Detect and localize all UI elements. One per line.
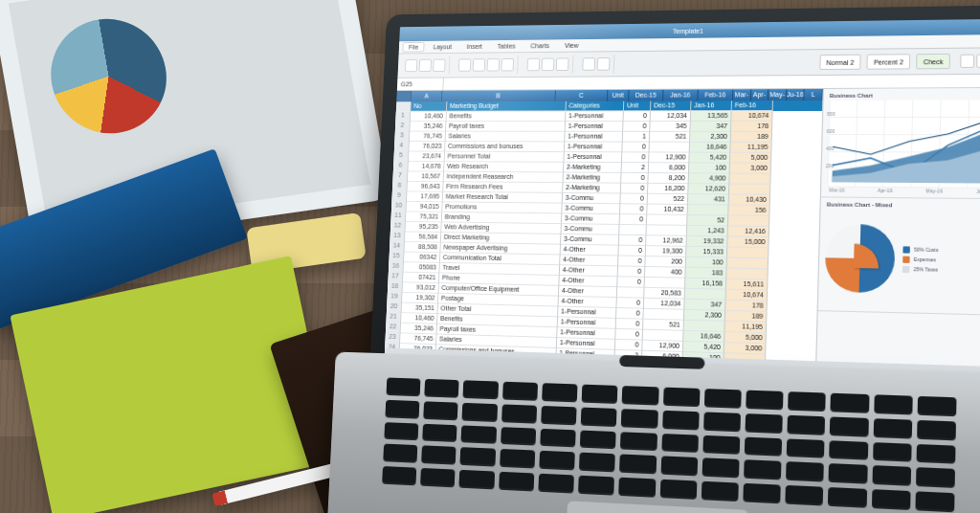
cell[interactable]: 400 bbox=[645, 267, 686, 279]
key[interactable] bbox=[501, 404, 537, 423]
toolbar-button[interactable] bbox=[960, 55, 974, 68]
cell[interactable] bbox=[729, 174, 770, 185]
cell[interactable]: 0 bbox=[616, 308, 644, 320]
cell[interactable]: 0 bbox=[615, 329, 643, 341]
row-header[interactable]: 21 bbox=[386, 313, 401, 323]
key[interactable] bbox=[500, 449, 535, 468]
key[interactable] bbox=[660, 457, 698, 477]
cell[interactable]: 12,900 bbox=[649, 152, 690, 163]
menu-view[interactable]: View bbox=[558, 40, 585, 51]
key[interactable] bbox=[382, 466, 416, 485]
row-header[interactable]: 1 bbox=[395, 112, 411, 122]
key[interactable] bbox=[620, 432, 657, 452]
cell[interactable]: 3-Commu bbox=[562, 204, 620, 214]
key[interactable] bbox=[541, 406, 577, 425]
spreadsheet-grid[interactable]: ABCUnitDec-15Jan-16Feb-16Mar-16Apr-16May… bbox=[385, 89, 823, 361]
key[interactable] bbox=[424, 379, 459, 398]
key[interactable] bbox=[542, 383, 578, 402]
cell[interactable]: 35,246 bbox=[410, 122, 446, 131]
cell[interactable]: 94,015 bbox=[406, 202, 442, 212]
header-cell[interactable]: Feb-16 bbox=[732, 100, 773, 111]
cell[interactable]: 6,000 bbox=[649, 163, 690, 173]
row-header[interactable]: 8 bbox=[392, 182, 408, 192]
italic-button[interactable] bbox=[473, 58, 486, 71]
row-header[interactable]: 5 bbox=[393, 151, 409, 162]
toolbar-button[interactable] bbox=[976, 55, 980, 68]
col-header[interactable]: A bbox=[412, 91, 443, 101]
cell[interactable]: 0 bbox=[622, 152, 650, 163]
cell[interactable]: 5,420 bbox=[689, 153, 730, 164]
key[interactable] bbox=[578, 476, 614, 496]
cell[interactable]: 1-Personnal bbox=[565, 132, 623, 143]
menu-insert[interactable]: Insert bbox=[460, 41, 489, 52]
cell[interactable]: 0 bbox=[620, 214, 648, 225]
cell[interactable]: 15,611 bbox=[726, 279, 768, 291]
cell[interactable]: 10,432 bbox=[647, 205, 688, 215]
key[interactable] bbox=[788, 415, 826, 435]
cell[interactable]: 522 bbox=[648, 194, 689, 205]
name-box[interactable]: G25 bbox=[397, 78, 444, 91]
menu-file[interactable]: File bbox=[402, 42, 424, 53]
key[interactable] bbox=[830, 440, 868, 460]
key[interactable] bbox=[423, 401, 458, 420]
key[interactable] bbox=[383, 444, 417, 463]
cell[interactable]: 56,584 bbox=[405, 232, 441, 242]
cell[interactable]: 2-Marketing bbox=[563, 183, 621, 193]
row-header[interactable]: 12 bbox=[390, 222, 406, 233]
cell[interactable]: 16,646 bbox=[690, 143, 731, 153]
cell[interactable]: Commissions and bonuses bbox=[445, 142, 565, 152]
cell[interactable]: 12,620 bbox=[688, 184, 729, 194]
formula-input[interactable] bbox=[443, 75, 980, 90]
cell[interactable]: 05083 bbox=[403, 262, 439, 273]
cell[interactable]: 19,300 bbox=[646, 246, 687, 257]
table-row[interactable]: 110,460Benefits1-Personnal012,03413,5651… bbox=[395, 111, 822, 122]
cell[interactable]: 1-Personnal bbox=[566, 122, 624, 132]
cell[interactable]: 3-Commu bbox=[562, 213, 620, 225]
key[interactable] bbox=[422, 423, 457, 442]
col-header[interactable]: Unit bbox=[608, 90, 630, 101]
key[interactable] bbox=[622, 386, 658, 405]
key[interactable] bbox=[787, 438, 825, 458]
cell[interactable]: 0 bbox=[618, 256, 646, 267]
key[interactable] bbox=[917, 420, 956, 440]
pie-chart-box[interactable]: Business Chart - Mixed 50% CostsExpenses… bbox=[818, 197, 980, 315]
align-center-button[interactable] bbox=[542, 58, 555, 72]
cell[interactable]: 15,000 bbox=[727, 236, 769, 248]
cell[interactable] bbox=[727, 258, 769, 270]
col-header[interactable]: L bbox=[805, 89, 823, 100]
cell[interactable]: 17,695 bbox=[407, 191, 443, 202]
cell[interactable]: 10,674 bbox=[731, 111, 772, 122]
cell[interactable]: 2,300 bbox=[690, 132, 731, 143]
key[interactable] bbox=[662, 411, 700, 431]
col-header[interactable]: Feb-16 bbox=[698, 89, 733, 100]
cell[interactable]: 3,000 bbox=[730, 164, 771, 174]
key[interactable] bbox=[702, 435, 740, 455]
cell[interactable]: 0 bbox=[619, 235, 647, 246]
key[interactable] bbox=[917, 396, 956, 416]
cell[interactable]: 183 bbox=[685, 268, 726, 279]
cell[interactable]: 0 bbox=[622, 143, 650, 153]
cell[interactable]: 07421 bbox=[403, 273, 439, 283]
cell[interactable]: 16,158 bbox=[685, 279, 726, 290]
cell[interactable]: 0 bbox=[618, 266, 646, 277]
style-chip-percent[interactable]: Percent 2 bbox=[867, 54, 911, 69]
cell[interactable]: 0 bbox=[616, 298, 644, 309]
header-cell[interactable]: No bbox=[411, 101, 447, 112]
row-header[interactable]: 22 bbox=[386, 323, 401, 333]
key[interactable] bbox=[663, 388, 701, 407]
key[interactable] bbox=[873, 418, 912, 438]
key[interactable] bbox=[745, 413, 783, 434]
row-header[interactable]: 7 bbox=[392, 171, 408, 182]
menu-charts[interactable]: Charts bbox=[524, 40, 556, 51]
key[interactable] bbox=[661, 434, 699, 454]
key[interactable] bbox=[459, 470, 495, 489]
cell[interactable]: 19,332 bbox=[686, 236, 727, 248]
cell[interactable] bbox=[649, 143, 690, 153]
cell[interactable]: 100 bbox=[689, 163, 730, 173]
key[interactable] bbox=[619, 455, 656, 475]
menu-layout[interactable]: Layout bbox=[427, 42, 458, 53]
key[interactable] bbox=[703, 412, 741, 432]
key[interactable] bbox=[830, 416, 868, 436]
row-header[interactable]: 14 bbox=[390, 242, 405, 253]
header-cell[interactable]: Dec-15 bbox=[651, 100, 691, 111]
